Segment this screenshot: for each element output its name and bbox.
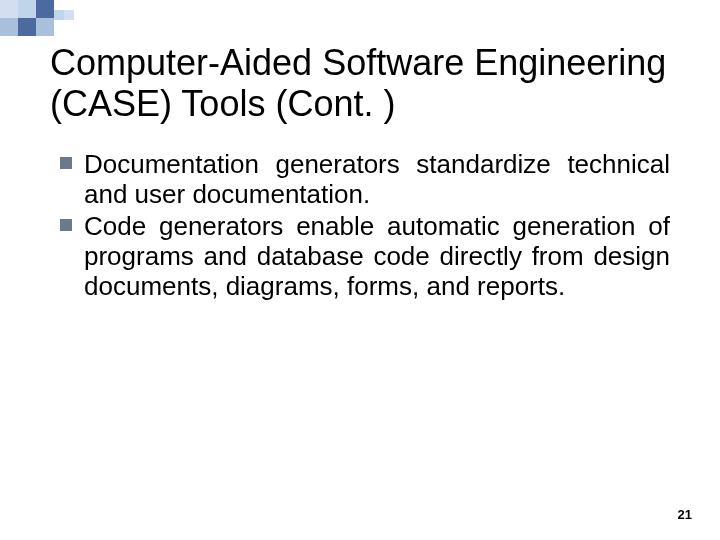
bullet-item: Documentation generators standardize tec… — [60, 150, 670, 210]
deco-square — [54, 10, 64, 20]
bullet-text: Documentation generators standardize tec… — [84, 149, 670, 209]
deco-square — [64, 10, 74, 20]
deco-square — [0, 0, 18, 18]
page-number: 21 — [678, 507, 692, 522]
bullet-icon — [60, 157, 72, 169]
bullet-item: Code generators enable automatic generat… — [60, 212, 670, 302]
slide-body: Documentation generators standardize tec… — [60, 150, 670, 303]
deco-square — [36, 0, 54, 18]
slide-title: Computer-Aided Software Engineering (CAS… — [50, 42, 680, 125]
deco-square — [18, 18, 36, 36]
deco-square — [18, 0, 36, 18]
bullet-icon — [60, 219, 72, 231]
deco-square — [36, 18, 54, 36]
corner-decoration — [0, 0, 90, 35]
deco-square — [0, 18, 18, 36]
bullet-text: Code generators enable automatic generat… — [84, 211, 670, 301]
